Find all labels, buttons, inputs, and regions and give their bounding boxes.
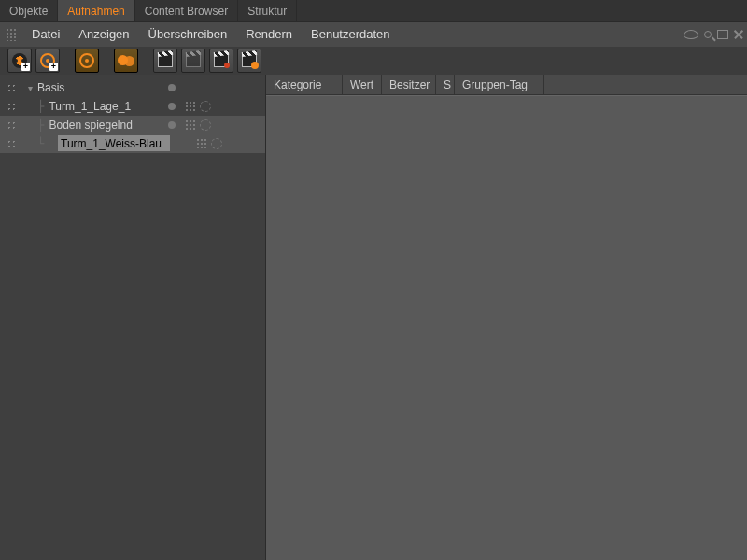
- camera-target-icon: [79, 53, 94, 68]
- col-category[interactable]: Kategorie: [266, 75, 343, 95]
- visibility-icon[interactable]: [684, 30, 698, 39]
- menu-userdata[interactable]: Benutzerdaten: [302, 22, 400, 47]
- col-group-tag[interactable]: Gruppen-Tag: [455, 75, 544, 95]
- tree-branch-icon: ├: [37, 100, 49, 113]
- col-owner[interactable]: Besitzer: [382, 75, 436, 95]
- layer-icon[interactable]: [185, 101, 196, 112]
- tree-branch-icon: └: [37, 137, 49, 150]
- panel-menubar: Datei Anzeigen Überschreiben Rendern Ben…: [0, 22, 747, 47]
- visibility-dots-icon[interactable]: [6, 101, 17, 112]
- document-tabbar: Objekte Aufnahmen Content Browser Strukt…: [0, 0, 747, 22]
- visibility-dots-icon[interactable]: [6, 82, 17, 93]
- settings-icon[interactable]: [200, 101, 211, 112]
- settings-icon[interactable]: [211, 138, 222, 149]
- menu-view[interactable]: Anzeigen: [69, 22, 138, 47]
- tab-takes[interactable]: Aufnahmen: [58, 0, 134, 21]
- tab-content-browser[interactable]: Content Browser: [135, 0, 238, 21]
- maximize-icon[interactable]: [717, 30, 728, 39]
- new-take-button[interactable]: +: [7, 49, 32, 73]
- clapperboard-dim-icon: [186, 54, 201, 67]
- expander-icon[interactable]: ▾: [22, 83, 37, 93]
- menu-override[interactable]: Überschreiben: [139, 22, 237, 47]
- status-dot-icon[interactable]: [168, 84, 176, 91]
- tree-row[interactable]: ├ Boden spiegelnd: [0, 116, 265, 134]
- layer-icon[interactable]: [185, 119, 196, 131]
- auto-take-button[interactable]: [75, 49, 99, 73]
- tab-structure[interactable]: Struktur: [238, 0, 297, 21]
- render-queue-button[interactable]: [237, 49, 261, 73]
- settings-icon[interactable]: [200, 119, 211, 131]
- tree-row-editing[interactable]: └: [0, 134, 265, 153]
- render-take-button[interactable]: [153, 49, 177, 73]
- status-dot-icon[interactable]: [168, 121, 176, 129]
- take-label[interactable]: Boden spiegelnd: [49, 119, 132, 132]
- attributes-header: Kategorie Wert Besitzer S Gruppen-Tag: [266, 75, 747, 95]
- visibility-dots-icon[interactable]: [6, 119, 17, 131]
- takes-tree[interactable]: ▾ Basis ├ Turm_1_Lage_1 ├ Boden s: [0, 75, 265, 153]
- tree-row[interactable]: ├ Turm_1_Lage_1: [0, 97, 265, 116]
- take-label[interactable]: Turm_1_Lage_1: [49, 100, 131, 113]
- search-icon[interactable]: [704, 31, 712, 38]
- col-s[interactable]: S: [436, 75, 455, 95]
- close-icon[interactable]: [734, 30, 743, 39]
- tab-objects[interactable]: Objekte: [0, 0, 58, 21]
- clapperboard-reel-icon: [242, 54, 257, 67]
- clapperboard-icon: [158, 54, 173, 67]
- tree-branch-icon: ├: [37, 119, 49, 132]
- render-all-takes-button[interactable]: [181, 49, 205, 73]
- menu-file[interactable]: Datei: [22, 22, 69, 47]
- render-marked-button[interactable]: [209, 49, 233, 73]
- visibility-dots-icon[interactable]: [6, 138, 17, 149]
- col-value[interactable]: Wert: [343, 75, 382, 95]
- plus-badge-icon: +: [21, 63, 30, 71]
- menu-render[interactable]: Rendern: [236, 22, 302, 47]
- overlap-circles-icon: [118, 54, 134, 67]
- drag-grip-icon[interactable]: [6, 28, 17, 41]
- attributes-body[interactable]: [266, 95, 747, 560]
- new-child-take-button[interactable]: +: [35, 49, 60, 73]
- plus-badge-icon: +: [49, 63, 58, 71]
- take-label[interactable]: Basis: [37, 81, 64, 94]
- takes-tree-panel: ▾ Basis ├ Turm_1_Lage_1 ├ Boden s: [0, 75, 266, 560]
- clapperboard-record-icon: [214, 54, 229, 67]
- layer-icon[interactable]: [196, 138, 207, 149]
- tree-row-root[interactable]: ▾ Basis: [0, 78, 265, 97]
- status-dot-icon[interactable]: [168, 103, 176, 110]
- override-mode-button[interactable]: [114, 49, 138, 73]
- take-rename-input[interactable]: [58, 135, 170, 151]
- takes-toolbar: + +: [0, 47, 747, 75]
- attributes-panel: Kategorie Wert Besitzer S Gruppen-Tag: [266, 75, 747, 560]
